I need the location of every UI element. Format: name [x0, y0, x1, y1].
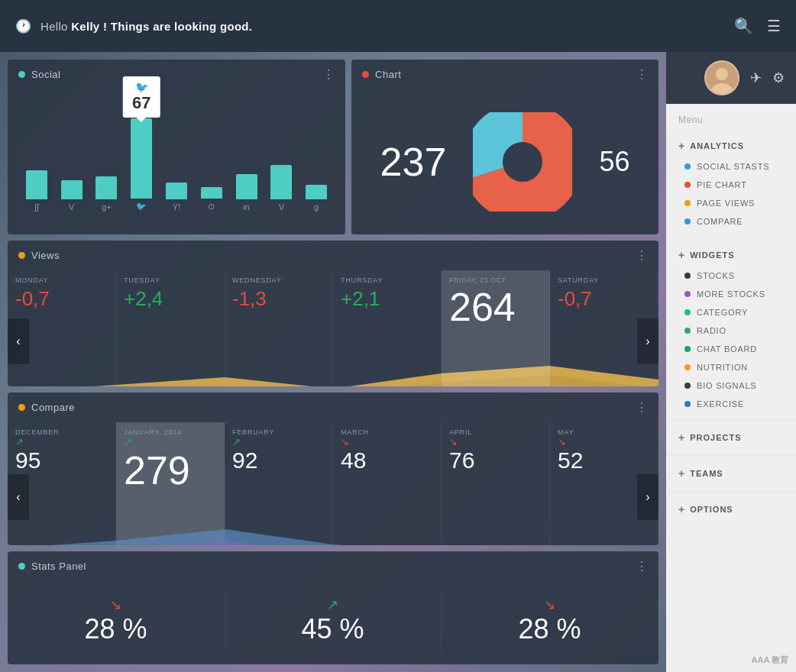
sidebar-item-stocks[interactable]: STOCKS: [666, 267, 796, 285]
social-dot: [18, 71, 25, 78]
views-menu-icon[interactable]: ⋮: [636, 248, 648, 263]
username: Kelly: [71, 20, 99, 33]
stocks-dot: [684, 273, 691, 279]
views-dot: [18, 252, 25, 259]
top-row: Social ⋮ ∫∫: [8, 60, 658, 234]
views-next-arrow[interactable]: ›: [637, 318, 658, 364]
pie-chart: [473, 112, 572, 212]
stats-widget-title: Stats Panel: [18, 561, 86, 572]
more-stocks-dot: [684, 291, 691, 297]
chart-number: 237: [380, 139, 447, 185]
widgets-plus-icon: +: [678, 249, 685, 261]
chart-widget: Chart ⋮ 237 56: [351, 60, 658, 234]
bar-twitter: 🐦 67 🐦: [124, 107, 159, 212]
sidebar-item-radio[interactable]: RADIO: [666, 321, 796, 340]
social-bars: ∫∫ V g+: [15, 89, 338, 212]
social-widget-title: Social: [18, 69, 60, 80]
compare-dot: [18, 404, 25, 411]
sidebar-item-page-views[interactable]: PAGE VIEWS: [666, 194, 796, 212]
divider-3: [666, 455, 796, 456]
sidebar-item-exercise[interactable]: EXERCISE: [666, 395, 796, 413]
compare-menu-icon[interactable]: ⋮: [636, 400, 648, 415]
stats-content: ↘ 28 % ↗ 45 % ↘ 28 %: [8, 581, 658, 664]
views-content: ‹ MONDAY -0,7 TUESDAY +2,4 WEDNESDAY -1,…: [8, 270, 658, 386]
sidebar-item-chat-board[interactable]: CHAT BOARD: [666, 340, 796, 358]
social-content: ∫∫ V g+: [8, 89, 345, 219]
compare-content: ‹ DECEMBER ↗ 95 JANUARY, 2014 ↗ 279 FEBR…: [8, 422, 658, 545]
social-stats-dot: [684, 163, 691, 170]
sidebar-section-options: + OPTIONS: [666, 495, 796, 524]
compare-prev-arrow[interactable]: ‹: [8, 474, 29, 520]
topbar: 🕐 Hello Kelly ! Things are looking good.…: [0, 0, 796, 52]
options-header[interactable]: + OPTIONS: [666, 498, 796, 521]
stats-menu-icon[interactable]: ⋮: [636, 559, 648, 573]
views-prev-arrow[interactable]: ‹: [8, 318, 29, 364]
compare-dot-s: [684, 218, 691, 225]
compare-widget-header: Compare ⋮: [8, 393, 658, 422]
watermark: AAA 教育: [666, 648, 796, 672]
teams-header[interactable]: + TEAMS: [666, 462, 796, 485]
stats-widget-header: Stats Panel ⋮: [8, 551, 658, 581]
sidebar-section-teams: + TEAMS: [666, 459, 796, 488]
compare-area-chart: [8, 502, 658, 545]
menu-icon[interactable]: ☰: [767, 17, 781, 35]
sidebar-section-projects: + PROJECTS: [666, 423, 796, 452]
widgets-header[interactable]: + WIDGETS: [666, 244, 796, 267]
sidebar-item-more-stocks[interactable]: MORE STOCKS: [666, 285, 796, 303]
options-plus-icon: +: [678, 503, 685, 515]
sidebar-item-compare[interactable]: COMPARE: [666, 212, 796, 231]
sidebar-menu-label: Menu: [666, 104, 796, 131]
views-area-chart: [8, 351, 658, 386]
projects-plus-icon: +: [678, 431, 685, 444]
compare-next-arrow[interactable]: ›: [637, 474, 658, 520]
stats-widget: Stats Panel ⋮ ↘ 28 % ↗ 45 % ↘ 28 %: [8, 551, 658, 664]
bar-vimeo: V: [54, 108, 89, 212]
settings-icon[interactable]: ⚙: [772, 69, 785, 86]
bar-vimeo2: V: [264, 108, 299, 212]
pie-chart-dot: [684, 182, 691, 188]
analytics-plus-icon: +: [678, 140, 685, 152]
sidebar-item-category[interactable]: CATEGORY: [666, 303, 796, 321]
content-area: Social ⋮ ∫∫: [0, 52, 666, 672]
topbar-right: 🔍 ☰: [734, 17, 781, 35]
analytics-header[interactable]: + ANALYTICS: [666, 134, 796, 157]
search-icon[interactable]: 🔍: [734, 17, 753, 35]
sidebar-item-social-stats[interactable]: SOCIAL STASTS: [666, 157, 796, 176]
chat-board-dot: [684, 346, 691, 352]
topbar-greeting: Hello Kelly ! Things are looking good.: [40, 20, 252, 33]
day-friday: FRIDAY, 23 OCT 264: [442, 270, 550, 386]
send-icon[interactable]: ✈: [750, 69, 762, 86]
bar-soundcloud: ∫∫: [19, 108, 54, 212]
svg-marker-4: [8, 529, 658, 545]
bar-g2: g: [299, 108, 334, 212]
social-menu-icon[interactable]: ⋮: [322, 67, 335, 82]
chart-widget-title: Chart: [362, 69, 401, 80]
pie-chart-number: 56: [599, 146, 629, 178]
sidebar-section-analytics: + ANALYTICS SOCIAL STASTS PIE CHART PAGE…: [666, 131, 796, 234]
bio-signals-dot: [684, 383, 691, 389]
teams-plus-icon: +: [678, 467, 685, 480]
exercise-dot: [684, 401, 691, 407]
bar-yahoo: Y!: [159, 108, 194, 212]
sidebar-top: ✈ ⚙: [666, 52, 796, 104]
svg-point-8: [716, 68, 728, 80]
projects-header[interactable]: + PROJECTS: [666, 426, 796, 449]
divider-1: [666, 237, 796, 237]
divider-4: [666, 491, 796, 492]
sidebar-item-bio-signals[interactable]: BIO SIGNALS: [666, 376, 796, 395]
social-widget-header: Social ⋮: [8, 60, 345, 89]
stats-col-2: ↗ 45 %: [225, 589, 442, 653]
sidebar-item-nutrition[interactable]: NUTRITION: [666, 358, 796, 376]
stats-dot: [18, 563, 25, 570]
sidebar-item-pie-chart[interactable]: PIE CHART: [666, 176, 796, 194]
bar-circle: ⊙: [194, 107, 229, 212]
page-views-dot: [684, 200, 691, 206]
stats-col-1: ↘ 28 %: [8, 589, 225, 653]
chart-menu-icon[interactable]: ⋮: [636, 67, 648, 82]
chart-widget-header: Chart ⋮: [351, 60, 658, 89]
compare-widget: Compare ⋮ ‹ DECEMBER ↗ 95 JANUARY, 2014 …: [8, 393, 658, 545]
chart-dot: [362, 71, 369, 78]
category-dot: [684, 309, 691, 315]
sidebar: ✈ ⚙ Menu + ANALYTICS SOCIAL STASTS PIE C…: [666, 52, 796, 672]
divider-2: [666, 419, 796, 420]
